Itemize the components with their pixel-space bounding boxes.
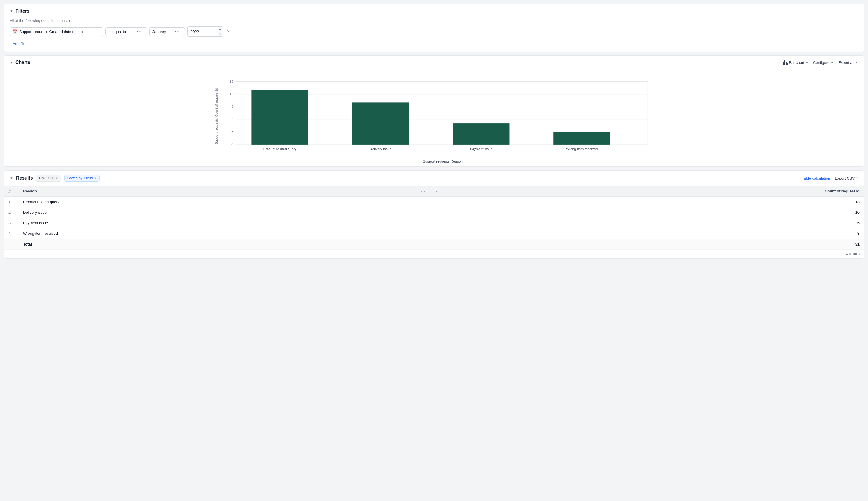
- bar-chart-icon: [783, 61, 788, 65]
- svg-text:Product related query: Product related query: [263, 147, 296, 151]
- bar-chart-caret: ▼: [805, 61, 808, 64]
- svg-text:9: 9: [231, 105, 233, 109]
- limit-caret-icon: ▼: [55, 177, 58, 180]
- charts-title: Charts: [15, 60, 30, 65]
- charts-header-right: Bar chart ▼ Configure ▼ Export as ▼: [783, 61, 858, 65]
- bar-chart-svg: Support requests Count of request id 0 3…: [10, 75, 858, 157]
- col-num-header: #: [4, 186, 18, 197]
- month-select-wrapper: January February March April May June Ju…: [152, 30, 182, 34]
- month-select[interactable]: January February March April May June Ju…: [152, 30, 182, 34]
- svg-text:0: 0: [231, 142, 233, 146]
- filters-title: Filters: [15, 9, 30, 14]
- bar-chart-button[interactable]: Bar chart ▼: [783, 61, 808, 65]
- filters-header: ▼ Filters: [4, 4, 864, 18]
- export-csv-caret: ▼: [856, 177, 858, 180]
- configure-caret: ▼: [830, 61, 834, 64]
- svg-text:3: 3: [231, 130, 233, 134]
- total-label-cell: Total: [18, 239, 430, 249]
- charts-section: ▼ Charts Bar chart ▼ Configure ▼: [3, 55, 865, 167]
- row-count-cell: 13: [430, 197, 864, 207]
- export-as-button[interactable]: Export as ▼: [838, 61, 858, 65]
- svg-text:6: 6: [231, 117, 233, 121]
- calendar-icon: 📅: [13, 30, 18, 34]
- filter-field-text: Support requests Created date month: [19, 30, 83, 34]
- col-count-header: ⋯ Count of request id: [430, 186, 864, 197]
- chart-area: Support requests Count of request id 0 3…: [4, 70, 864, 167]
- table-row: 1 Product related query 13: [4, 197, 864, 207]
- bar-product-related-query[interactable]: [252, 90, 308, 145]
- year-input[interactable]: [188, 28, 217, 36]
- y-axis-label: Support requests Count of request id: [214, 88, 219, 144]
- bar-wrong-item-received[interactable]: [553, 132, 610, 145]
- total-value-cell: 31: [430, 239, 864, 249]
- table-calculation-button[interactable]: + Table calculation: [799, 176, 830, 180]
- year-up-button[interactable]: ▲: [217, 26, 223, 32]
- row-num-cell: 4: [4, 228, 18, 239]
- svg-text:Delivery issue: Delivery issue: [370, 147, 391, 151]
- add-filter-button[interactable]: + Add filter: [10, 41, 28, 46]
- charts-header: ▼ Charts Bar chart ▼ Configure ▼: [4, 56, 864, 70]
- total-num-cell: [4, 239, 18, 249]
- filter-field[interactable]: 📅 Support requests Created date month: [10, 28, 103, 36]
- filters-chevron-icon[interactable]: ▼: [10, 9, 13, 13]
- table-header: # Reason ⋯ ⋯ Count of request id: [4, 186, 864, 197]
- table-header-row: # Reason ⋯ ⋯ Count of request id: [4, 186, 864, 197]
- configure-button[interactable]: Configure ▼: [813, 61, 834, 65]
- row-reason-cell: Payment issue: [18, 218, 430, 228]
- filters-body: All of the following conditions match: 📅…: [4, 18, 864, 52]
- row-count-cell: 3: [430, 228, 864, 239]
- remove-filter-button[interactable]: ×: [226, 28, 231, 35]
- row-num-cell: 1: [4, 197, 18, 207]
- x-axis-label: Support requests Reason: [27, 159, 858, 163]
- row-num-cell: 3: [4, 218, 18, 228]
- total-row: Total 31: [4, 239, 864, 249]
- svg-text:15: 15: [230, 79, 234, 84]
- results-table-body: 1 Product related query 13 2 Delivery is…: [4, 197, 864, 239]
- filter-operator-wrapper[interactable]: is equal to ▲▼: [105, 28, 147, 36]
- conditions-label: All of the following conditions match:: [10, 18, 858, 23]
- filter-month-wrapper[interactable]: January February March April May June Ju…: [149, 28, 185, 36]
- configure-label: Configure: [813, 61, 829, 65]
- export-csv-button[interactable]: Export CSV ▼: [835, 176, 858, 180]
- row-count-cell: 10: [430, 207, 864, 218]
- page-wrapper: ▼ Filters All of the following condition…: [0, 0, 868, 501]
- col-reason-header: Reason ⋯: [18, 186, 430, 197]
- bar-payment-issue[interactable]: [453, 124, 510, 145]
- limit-badge[interactable]: Limit: 500 ▼: [36, 174, 61, 182]
- svg-rect-3: [787, 63, 788, 65]
- bar-chart-label: Bar chart: [789, 61, 804, 65]
- operator-select[interactable]: is equal to: [109, 30, 144, 34]
- results-title: Results: [16, 175, 33, 181]
- svg-rect-0: [783, 62, 784, 65]
- col-count-label: Count of request id: [825, 189, 859, 193]
- results-header-right: + Table calculation Export CSV ▼: [799, 176, 858, 180]
- results-chevron-icon[interactable]: ▼: [10, 176, 13, 180]
- charts-header-left: ▼ Charts: [10, 60, 30, 65]
- charts-chevron-icon[interactable]: ▼: [10, 61, 13, 65]
- results-header: ▼ Results Limit: 500 ▼ Sorted by 1 field…: [4, 171, 864, 186]
- table-row: 2 Delivery issue 10: [4, 207, 864, 218]
- table-row: 4 Wrong item received 3: [4, 228, 864, 239]
- filter-year-wrapper: ▲ ▼: [187, 26, 223, 37]
- sorted-caret-icon: ▼: [94, 177, 96, 180]
- bar-delivery-issue[interactable]: [352, 103, 409, 145]
- svg-text:Wrong item received: Wrong item received: [566, 147, 597, 151]
- operator-select-wrapper: is equal to ▲▼: [109, 30, 144, 34]
- results-count: 4 results: [4, 249, 864, 258]
- sorted-label: Sorted by 1 field: [67, 176, 93, 180]
- row-count-cell: 5: [430, 218, 864, 228]
- results-section: ▼ Results Limit: 500 ▼ Sorted by 1 field…: [3, 170, 865, 259]
- filter-row: 📅 Support requests Created date month is…: [10, 26, 858, 37]
- reason-col-menu-icon[interactable]: ⋯: [421, 189, 425, 194]
- export-as-caret: ▼: [856, 61, 858, 64]
- year-spinners: ▲ ▼: [217, 26, 223, 36]
- svg-rect-1: [784, 61, 785, 65]
- col-count-menu-icon[interactable]: ⋯: [434, 189, 438, 194]
- year-down-button[interactable]: ▼: [217, 32, 223, 37]
- sorted-badge[interactable]: Sorted by 1 field ▼: [64, 174, 100, 182]
- results-table-footer: Total 31: [4, 239, 864, 249]
- svg-rect-2: [786, 62, 786, 65]
- row-num-cell: 2: [4, 207, 18, 218]
- row-reason-cell: Delivery issue: [18, 207, 430, 218]
- export-as-label: Export as: [838, 61, 854, 65]
